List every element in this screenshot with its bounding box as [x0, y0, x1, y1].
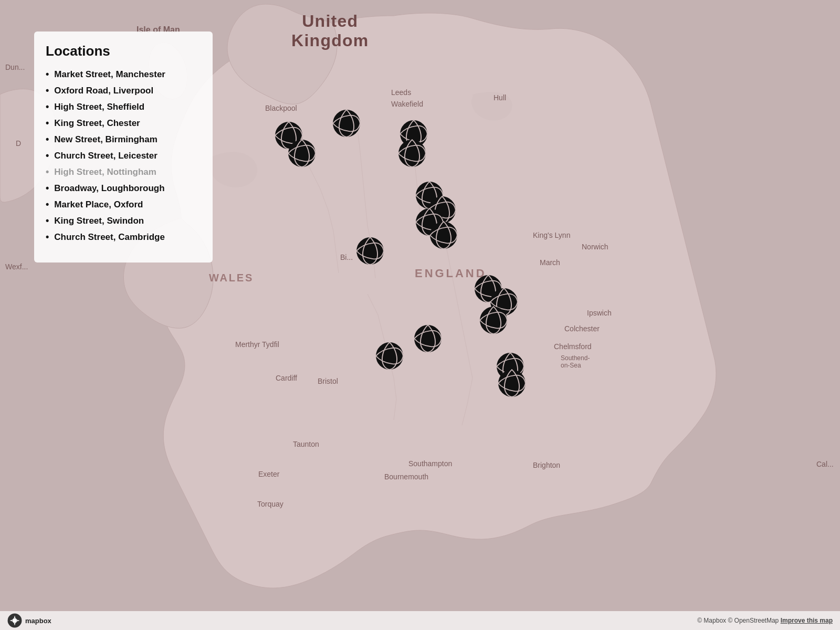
marker-swindon[interactable] — [375, 342, 404, 370]
legend-item-1: •Oxford Road, Liverpool — [46, 85, 198, 96]
svg-point-5 — [333, 110, 360, 137]
legend-bullet-3: • — [46, 118, 49, 129]
svg-point-16 — [414, 325, 442, 352]
legend-label-2: High Street, Sheffield — [54, 102, 144, 112]
legend-bullet-2: • — [46, 101, 49, 112]
legend-bullet-6: • — [46, 166, 49, 177]
attribution-text: © Mapbox © OpenStreetMap Improve this ma… — [697, 617, 833, 624]
marker-liverpool-2[interactable] — [288, 139, 316, 167]
legend-bullet-0: • — [46, 69, 49, 80]
legend-label-0: Market Street, Manchester — [54, 69, 165, 80]
legend-item-0: •Market Street, Manchester — [46, 69, 198, 80]
legend-label-7: Broadway, Loughborough — [54, 183, 164, 194]
legend-bullet-10: • — [46, 232, 49, 243]
svg-point-21 — [13, 618, 17, 623]
marker-loughborough[interactable] — [479, 306, 508, 334]
legend-title: Locations — [46, 43, 198, 59]
map-container: Isle of Man UnitedKingdom Blackpool Leed… — [0, 0, 840, 630]
legend-item-8: •Market Place, Oxford — [46, 199, 198, 210]
legend-label-5: Church Street, Leicester — [54, 151, 158, 161]
svg-point-7 — [398, 140, 426, 167]
legend-label-4: New Street, Birmingham — [54, 134, 158, 145]
svg-point-19 — [498, 370, 526, 397]
legend-bullet-5: • — [46, 150, 49, 161]
legend-list: •Market Street, Manchester•Oxford Road, … — [46, 69, 198, 243]
mapbox-logo[interactable]: mapbox — [7, 613, 51, 628]
legend-panel: Locations •Market Street, Manchester•Oxf… — [34, 32, 213, 262]
svg-point-12 — [356, 237, 384, 265]
improve-map-link[interactable]: Improve this map — [781, 617, 833, 624]
legend-bullet-9: • — [46, 215, 49, 226]
legend-label-1: Oxford Road, Liverpool — [54, 86, 153, 96]
marker-cambridge-2[interactable] — [498, 369, 526, 397]
legend-bullet-8: • — [46, 199, 49, 210]
legend-bullet-7: • — [46, 183, 49, 194]
attribution-bar: mapbox © Mapbox © OpenStreetMap Improve … — [0, 611, 840, 630]
legend-label-8: Market Place, Oxford — [54, 200, 143, 210]
legend-label-3: King Street, Chester — [54, 118, 140, 129]
legend-label-9: King Street, Swindon — [54, 216, 144, 226]
attribution-osm-text: © OpenStreetMap — [728, 617, 779, 624]
legend-item-9: •King Street, Swindon — [46, 215, 198, 226]
mapbox-text: mapbox — [25, 617, 51, 625]
marker-oxford[interactable] — [414, 324, 442, 353]
marker-manchester[interactable] — [332, 109, 361, 138]
legend-item-7: •Broadway, Loughborough — [46, 183, 198, 194]
marker-leicester[interactable] — [356, 237, 384, 265]
marker-birmingham-4[interactable] — [429, 221, 458, 249]
svg-point-15 — [480, 307, 507, 334]
legend-item-10: •Church Street, Cambridge — [46, 232, 198, 243]
legend-label-10: Church Street, Cambridge — [54, 232, 165, 243]
svg-point-11 — [430, 222, 457, 249]
legend-label-6: High Street, Nottingham — [54, 167, 156, 177]
svg-point-4 — [288, 140, 316, 167]
svg-point-17 — [376, 342, 403, 370]
legend-item-3: •King Street, Chester — [46, 118, 198, 129]
marker-chester[interactable] — [398, 139, 426, 167]
attribution-mapbox: © Mapbox — [697, 617, 726, 624]
legend-item-5: •Church Street, Leicester — [46, 150, 198, 161]
legend-item-2: •High Street, Sheffield — [46, 101, 198, 112]
mapbox-logo-icon — [7, 613, 22, 628]
legend-item-4: •New Street, Birmingham — [46, 134, 198, 145]
legend-bullet-1: • — [46, 85, 49, 96]
legend-bullet-4: • — [46, 134, 49, 145]
legend-item-6: •High Street, Nottingham — [46, 166, 198, 177]
